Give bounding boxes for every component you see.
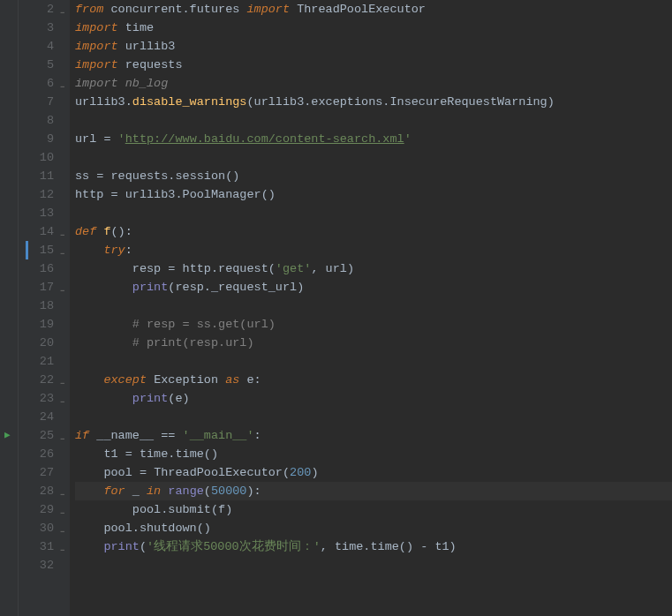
gutter-line-20[interactable]: 20 xyxy=(19,334,54,352)
gutter-line-28[interactable]: 28 xyxy=(19,482,54,500)
fold-marker-icon[interactable]: − xyxy=(60,4,64,23)
gutter-line-7[interactable]: 7 xyxy=(19,93,54,111)
run-gutter-icon[interactable]: ▶ xyxy=(4,426,11,445)
gutter-line-15[interactable]: 15 xyxy=(19,241,54,259)
gutter-line-19[interactable]: 19 xyxy=(19,315,54,334)
code-line[interactable]: resp = http.request('get', url) xyxy=(75,259,672,278)
gutter-line-23[interactable]: 23 xyxy=(19,389,54,408)
gutter-line-6[interactable]: 6 xyxy=(19,74,54,93)
fold-strip[interactable]: −−−−−−−−−−−− xyxy=(59,0,70,616)
code-line[interactable] xyxy=(75,148,672,167)
code-line[interactable]: http = urllib3.PoolManager() xyxy=(75,185,672,204)
gutter-line-10[interactable]: 10 xyxy=(19,148,54,167)
gutter-line-5[interactable]: 5 xyxy=(19,56,54,74)
code-line[interactable] xyxy=(75,556,672,575)
code-line[interactable]: urllib3.disable_warnings(urllib3.excepti… xyxy=(75,93,672,111)
code-line[interactable] xyxy=(75,111,672,130)
gutter-line-25[interactable]: 25▶ xyxy=(19,426,54,445)
code-line[interactable] xyxy=(75,408,672,426)
gutter-line-11[interactable]: 11 xyxy=(19,167,54,185)
fold-marker-icon[interactable]: − xyxy=(60,542,64,560)
code-line[interactable] xyxy=(75,352,672,371)
code-line[interactable]: pool.submit(f) xyxy=(75,500,672,519)
gutter[interactable]: 2345678910111213141516171819202122232425… xyxy=(19,0,59,616)
fold-marker-icon[interactable]: − xyxy=(60,282,64,301)
gutter-line-17[interactable]: 17 xyxy=(19,278,54,297)
code-line[interactable]: print(resp._request_url) xyxy=(75,278,672,297)
gutter-line-21[interactable]: 21 xyxy=(19,352,54,371)
code-line[interactable]: import urllib3 xyxy=(75,37,672,56)
code-line[interactable]: import nb_log xyxy=(75,74,672,93)
gutter-line-3[interactable]: 3 xyxy=(19,19,54,37)
fold-marker-icon[interactable]: − xyxy=(60,375,64,394)
code-line[interactable]: if __name__ == '__main__': xyxy=(75,426,672,445)
fold-marker-icon[interactable]: − xyxy=(60,505,64,523)
fold-marker-icon[interactable]: − xyxy=(60,486,64,505)
fold-marker-icon[interactable]: − xyxy=(60,394,64,412)
gutter-line-8[interactable]: 8 xyxy=(19,111,54,130)
fold-marker-icon[interactable]: − xyxy=(60,79,64,97)
code-line[interactable]: try: xyxy=(75,241,672,259)
code-line[interactable] xyxy=(75,204,672,222)
gutter-line-31[interactable]: 31 xyxy=(19,537,54,556)
modification-marker-icon xyxy=(26,241,28,259)
code-line[interactable]: print('线程请求50000次花费时间：', time.time() - t… xyxy=(75,537,672,556)
code-editor: 2345678910111213141516171819202122232425… xyxy=(0,0,672,616)
fold-marker-icon[interactable]: − xyxy=(60,431,64,449)
code-line[interactable]: for _ in range(50000): xyxy=(75,482,672,500)
gutter-line-2[interactable]: 2 xyxy=(19,0,54,19)
fold-marker-icon[interactable]: − xyxy=(60,245,64,264)
code-line[interactable] xyxy=(75,297,672,315)
code-area[interactable]: from concurrent.futures import ThreadPoo… xyxy=(70,0,672,616)
code-line[interactable]: pool = ThreadPoolExecutor(200) xyxy=(75,463,672,482)
code-line[interactable]: t1 = time.time() xyxy=(75,445,672,463)
code-line[interactable]: url = 'http://www.baidu.com/content-sear… xyxy=(75,130,672,148)
gutter-line-4[interactable]: 4 xyxy=(19,37,54,56)
left-strip xyxy=(0,0,19,616)
code-line[interactable]: ss = requests.session() xyxy=(75,167,672,185)
code-line[interactable]: except Exception as e: xyxy=(75,371,672,389)
gutter-line-16[interactable]: 16 xyxy=(19,259,54,278)
gutter-line-9[interactable]: 9 xyxy=(19,130,54,148)
code-line[interactable]: def f(): xyxy=(75,222,672,241)
gutter-line-24[interactable]: 24 xyxy=(19,408,54,426)
code-line[interactable]: # print(resp.url) xyxy=(75,334,672,352)
gutter-line-27[interactable]: 27 xyxy=(19,463,54,482)
code-line[interactable]: from concurrent.futures import ThreadPoo… xyxy=(75,0,672,19)
gutter-line-14[interactable]: 14 xyxy=(19,222,54,241)
code-line[interactable]: print(e) xyxy=(75,389,672,408)
code-line[interactable]: import requests xyxy=(75,56,672,74)
gutter-line-26[interactable]: 26 xyxy=(19,445,54,463)
gutter-line-32[interactable]: 32 xyxy=(19,556,54,575)
gutter-line-29[interactable]: 29 xyxy=(19,500,54,519)
code-line[interactable]: import time xyxy=(75,19,672,37)
gutter-line-12[interactable]: 12 xyxy=(19,185,54,204)
code-line[interactable]: pool.shutdown() xyxy=(75,519,672,537)
fold-marker-icon[interactable]: − xyxy=(60,523,64,542)
gutter-line-22[interactable]: 22 xyxy=(19,371,54,389)
code-line[interactable]: # resp = ss.get(url) xyxy=(75,315,672,334)
gutter-line-18[interactable]: 18 xyxy=(19,297,54,315)
gutter-line-13[interactable]: 13 xyxy=(19,204,54,222)
fold-marker-icon[interactable]: − xyxy=(60,227,64,245)
gutter-line-30[interactable]: 30 xyxy=(19,519,54,537)
